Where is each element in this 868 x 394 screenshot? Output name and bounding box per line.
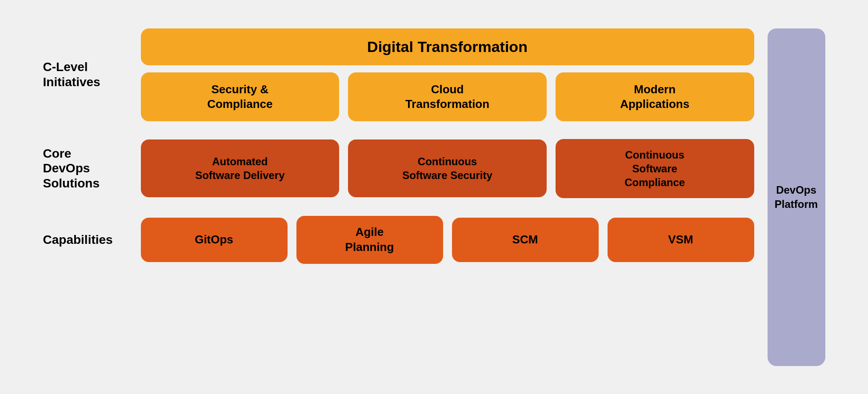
capabilities-boxes: GitOps Agile Planning SCM VSM	[141, 216, 754, 264]
agile-planning-box: Agile Planning	[296, 216, 443, 264]
continuous-software-compliance-box: Continuous Software Compliance	[556, 139, 754, 199]
clevel-label: C-Level Initiatives	[43, 60, 141, 89]
automated-software-delivery-box: Automated Software Delivery	[141, 139, 340, 197]
gitops-box: GitOps	[141, 218, 288, 262]
main-content: C-Level Initiatives Digital Transformati…	[43, 28, 754, 366]
vsm-box: VSM	[608, 218, 754, 262]
modern-applications-box: Modern Applications	[556, 72, 754, 121]
clevel-section: C-Level Initiatives Digital Transformati…	[43, 28, 754, 121]
core-devops-boxes: Automated Software Delivery Continuous S…	[141, 139, 754, 199]
capabilities-section: Capabilities GitOps Agile Planning SCM V…	[43, 216, 754, 264]
capabilities-label: Capabilities	[43, 232, 141, 247]
diagram-container: C-Level Initiatives Digital Transformati…	[34, 15, 834, 379]
cloud-transformation-box: Cloud Transformation	[348, 72, 547, 121]
continuous-software-security-box: Continuous Software Security	[348, 139, 547, 197]
clevel-sub-boxes-row: Security & Compliance Cloud Transformati…	[141, 72, 754, 121]
core-devops-section: Core DevOps Solutions Automated Software…	[43, 139, 754, 199]
security-compliance-box: Security & Compliance	[141, 72, 340, 121]
scm-box: SCM	[452, 218, 599, 262]
core-devops-label: Core DevOps Solutions	[43, 146, 141, 191]
clevel-boxes: Digital Transformation Security & Compli…	[141, 28, 754, 121]
digital-transformation-box: Digital Transformation	[141, 28, 754, 65]
devops-platform-sidebar: DevOps Platform	[768, 28, 825, 366]
